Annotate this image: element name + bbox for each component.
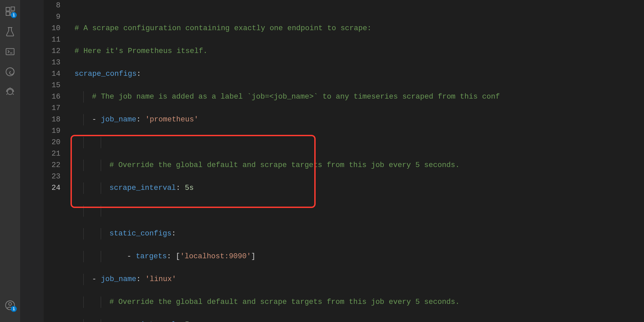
code-token: 5s bbox=[185, 321, 193, 322]
terminal-icon bbox=[5, 46, 15, 57]
code-token: # Here it's Prometheus itself. bbox=[75, 47, 208, 55]
code-token: static_configs bbox=[109, 229, 172, 238]
code-token: scrape_interval bbox=[109, 184, 176, 192]
line-number: 20 bbox=[44, 137, 60, 148]
editor-pane[interactable]: 89101112131415161718192021222324 # A scr… bbox=[44, 0, 644, 322]
indent-guide bbox=[83, 160, 84, 171]
line-number: 12 bbox=[44, 46, 60, 57]
indent-guide bbox=[101, 160, 101, 171]
code-token: : bbox=[176, 321, 185, 322]
code-line[interactable] bbox=[75, 205, 644, 217]
line-number: 19 bbox=[44, 125, 60, 137]
indent-guide bbox=[83, 297, 84, 308]
line-number: 14 bbox=[44, 68, 60, 80]
line-number: 8 bbox=[44, 0, 60, 11]
code-token: # A scrape configuration containing exac… bbox=[75, 24, 372, 33]
code-token: targets bbox=[136, 252, 167, 261]
beaker-icon bbox=[5, 26, 15, 37]
code-line[interactable]: static_configs: bbox=[75, 228, 644, 239]
svg-point-10 bbox=[9, 303, 12, 306]
indent-guide bbox=[83, 114, 84, 125]
spiral-icon bbox=[5, 66, 15, 77]
code-line[interactable]: scrape_interval: 5s bbox=[75, 319, 644, 322]
indent-guide bbox=[101, 251, 101, 262]
code-token: scrape_interval bbox=[109, 321, 176, 322]
code-token: 5s bbox=[185, 184, 193, 192]
code-token: 'prometheus' bbox=[145, 115, 198, 124]
line-number: 15 bbox=[44, 80, 60, 91]
line-number: 22 bbox=[44, 160, 60, 171]
code-line[interactable]: # Override the global default and scrape… bbox=[75, 160, 644, 171]
code-token: : bbox=[136, 275, 145, 283]
code-token: : bbox=[176, 184, 185, 192]
indent-guide bbox=[83, 274, 84, 285]
line-number: 24 bbox=[44, 182, 60, 194]
code-token: 'linux' bbox=[145, 275, 176, 283]
svg-rect-3 bbox=[11, 7, 15, 11]
code-line[interactable]: - targets: ['localhost:9090'] bbox=[75, 251, 644, 262]
line-number: 16 bbox=[44, 91, 60, 103]
minimap[interactable] bbox=[604, 0, 644, 322]
code-token: job_name bbox=[101, 115, 136, 124]
code-token: # Override the global default and scrape… bbox=[109, 161, 460, 169]
svg-rect-1 bbox=[6, 12, 10, 15]
indent-guide bbox=[83, 205, 84, 217]
indent-guide bbox=[101, 319, 101, 322]
extensions-badge: 1 bbox=[11, 12, 17, 18]
indent-guide bbox=[83, 91, 84, 103]
code-token: : [ bbox=[167, 252, 180, 261]
code-line[interactable]: scrape_configs: bbox=[75, 68, 644, 80]
code-line[interactable] bbox=[75, 137, 644, 148]
line-number: 17 bbox=[44, 103, 60, 114]
svg-rect-0 bbox=[6, 7, 10, 11]
code-line[interactable]: # Here it's Prometheus itself. bbox=[75, 46, 644, 57]
line-number: 21 bbox=[44, 148, 60, 160]
code-token: - bbox=[127, 252, 136, 261]
line-number: 9 bbox=[44, 11, 60, 23]
svg-point-8 bbox=[7, 89, 13, 95]
code-token: : bbox=[136, 115, 145, 124]
accounts-badge: 1 bbox=[11, 306, 17, 312]
indent-guide bbox=[101, 205, 101, 217]
line-number: 18 bbox=[44, 114, 60, 125]
code-token: : bbox=[172, 229, 176, 238]
indent-guide bbox=[101, 137, 101, 148]
indent-guide bbox=[83, 228, 84, 239]
code-line[interactable]: - job_name: 'linux' bbox=[75, 274, 644, 285]
code-token: - bbox=[92, 275, 101, 283]
code-token: # The job name is added as a label `job=… bbox=[92, 93, 500, 101]
headset-icon bbox=[5, 87, 15, 97]
indent-guide bbox=[83, 137, 84, 148]
activity-testing[interactable] bbox=[0, 21, 20, 42]
sidebar-collapsed[interactable] bbox=[20, 0, 44, 322]
code-line[interactable]: # Override the global default and scrape… bbox=[75, 297, 644, 308]
activity-spiral[interactable] bbox=[0, 62, 20, 82]
line-number: 13 bbox=[44, 57, 60, 68]
code-token: scrape_configs bbox=[75, 70, 137, 78]
indent-guide bbox=[101, 182, 101, 194]
activity-bar: 1 bbox=[0, 0, 20, 322]
svg-rect-5 bbox=[6, 49, 14, 55]
line-number: 11 bbox=[44, 34, 60, 46]
indent-guide bbox=[101, 297, 101, 308]
code-token: 'localhost:9090' bbox=[180, 252, 251, 261]
code-token: : bbox=[137, 70, 141, 78]
activity-headset[interactable] bbox=[0, 82, 20, 102]
activity-terminal[interactable] bbox=[0, 42, 20, 62]
code-line[interactable]: - job_name: 'prometheus' bbox=[75, 114, 644, 125]
code-token: # Override the global default and scrape… bbox=[109, 298, 460, 306]
indent-guide bbox=[83, 182, 84, 194]
code-token: - bbox=[92, 115, 101, 124]
code-line[interactable]: scrape_interval: 5s bbox=[75, 182, 644, 194]
code-line[interactable]: # The job name is added as a label `job=… bbox=[75, 91, 644, 103]
line-number: 23 bbox=[44, 171, 60, 182]
line-number: 10 bbox=[44, 23, 60, 34]
code-line[interactable]: # A scrape configuration containing exac… bbox=[75, 23, 644, 34]
indent-guide bbox=[83, 319, 84, 322]
line-number-gutter: 89101112131415161718192021222324 bbox=[44, 0, 68, 194]
app-root: 1 bbox=[0, 0, 644, 322]
code-line[interactable] bbox=[75, 0, 644, 11]
activity-accounts[interactable]: 1 bbox=[0, 295, 20, 315]
code-content[interactable]: # A scrape configuration containing exac… bbox=[75, 0, 644, 194]
activity-extensions[interactable]: 1 bbox=[0, 1, 20, 21]
